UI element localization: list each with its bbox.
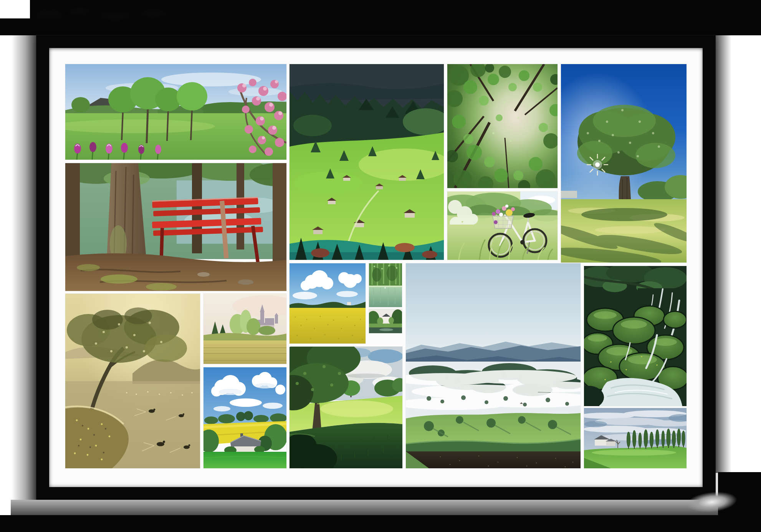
- photo-bicycle-flower-basket: [447, 192, 558, 260]
- photo-church-across-field: [203, 294, 286, 364]
- photo-golden-lake-ducks: [65, 294, 200, 468]
- photo-shade-tree-meadow: [290, 347, 402, 468]
- photo-spring-meadow-magnolia: [65, 64, 286, 160]
- frame-bottom-shadow: [11, 500, 736, 516]
- wall-smudge: [141, 9, 166, 17]
- background-bottom-black-band: [0, 515, 761, 532]
- collage-grid: ​: [65, 64, 687, 469]
- photo-mossy-waterfall: [584, 266, 687, 406]
- wall-smudge: [68, 8, 91, 15]
- photo-oak-blue-sky-sun: [561, 64, 687, 263]
- photo-forest-lake-reflection: [369, 263, 402, 307]
- photo-red-bench-lakeside: [65, 163, 286, 291]
- photo-alpine-valley-village: [290, 64, 444, 260]
- wall-smudge: [99, 12, 131, 20]
- frame-right-shadow: [715, 35, 731, 473]
- photo-rapeseed-farmhouse: [203, 367, 286, 468]
- photo-misty-valley: [406, 263, 581, 468]
- mat-board: ​: [49, 48, 703, 487]
- photo-rapeseed-field-clouds: [290, 263, 366, 344]
- photo-pond-white-house: [369, 309, 402, 333]
- photo-poplar-row-field: [584, 408, 687, 468]
- frame-left-shadow: [12, 35, 36, 500]
- photo-forest-canopy-upward: ​: [447, 64, 558, 188]
- picture-frame: ​: [36, 35, 715, 500]
- wall-top-left-patch: [0, 0, 30, 18]
- photo-of-framed-collage: ​: [0, 0, 761, 532]
- wall-smudge: [35, 10, 63, 19]
